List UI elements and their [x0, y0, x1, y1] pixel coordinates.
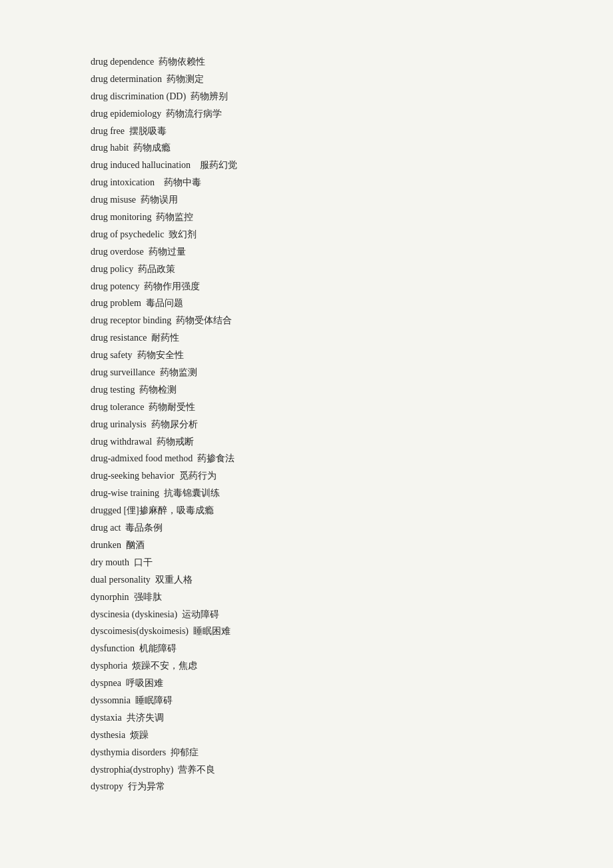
list-item: drug-wise training 抗毒锦囊训练 [91, 485, 522, 502]
list-item: drug safety 药物安全性 [91, 347, 522, 364]
list-item: dystropy 行为异常 [91, 778, 522, 795]
list-item: drug testing 药物检测 [91, 381, 522, 399]
list-item: dysthesia 烦躁 [91, 727, 522, 744]
list-item: drug of psychedelic 致幻剂 [91, 226, 522, 243]
list-item: drug free 摆脱吸毒 [91, 123, 522, 140]
list-item: drug misuse 药物误用 [91, 191, 522, 209]
main-content: drug dependence 药物依赖性drug determination … [0, 0, 613, 849]
list-item: dry mouth 口干 [91, 554, 522, 571]
list-item: drug-seeking behavior 觅药行为 [91, 467, 522, 485]
list-item: dyspnea 呼吸困难 [91, 675, 522, 692]
list-item: dynorphin 强啡肽 [91, 589, 522, 606]
list-item: drug urinalysis 药物尿分析 [91, 416, 522, 433]
list-item: drug act 毒品条例 [91, 519, 522, 537]
list-item: dystrophia(dystrophy) 营养不良 [91, 761, 522, 779]
list-item: drug-admixed food method 药掺食法 [91, 450, 522, 467]
list-item: drug withdrawal 药物戒断 [91, 433, 522, 451]
list-item: drug habit 药物成瘾 [91, 139, 522, 157]
list-item: dyscoimesis(dyskoimesis) 睡眠困难 [91, 623, 522, 640]
list-item: dysphoria 烦躁不安，焦虑 [91, 657, 522, 675]
list-item: drug intoxication 药物中毒 [91, 174, 522, 191]
list-item: drug dependence 药物依赖性 [91, 53, 522, 71]
list-item: drugged [俚]掺麻醉，吸毒成瘾 [91, 502, 522, 519]
list-item: drug policy 药品政策 [91, 261, 522, 278]
list-item: dysthymia disorders 抑郁症 [91, 744, 522, 761]
list-item: drug surveillance 药物监测 [91, 364, 522, 381]
list-item: drug overdose 药物过量 [91, 243, 522, 261]
list-item: dyscinesia (dyskinesia) 运动障碍 [91, 606, 522, 623]
list-item: drug resistance 耐药性 [91, 329, 522, 347]
list-item: dual personality 双重人格 [91, 571, 522, 589]
list-item: drug potency 药物作用强度 [91, 278, 522, 295]
list-item: drug receptor binding 药物受体结合 [91, 312, 522, 329]
list-item: drug problem 毒品问题 [91, 295, 522, 312]
list-item: drug determination 药物测定 [91, 71, 522, 88]
list-item: drug discrimination (DD) 药物辨别 [91, 88, 522, 105]
list-item: drunken 酗酒 [91, 537, 522, 554]
list-item: dyssomnia 睡眠障碍 [91, 692, 522, 709]
list-item: drug induced hallucination 服药幻觉 [91, 157, 522, 174]
list-item: dysfunction 机能障碍 [91, 640, 522, 657]
list-item: drug monitoring 药物监控 [91, 209, 522, 226]
list-item: drug tolerance 药物耐受性 [91, 399, 522, 416]
list-item: dystaxia 共济失调 [91, 709, 522, 727]
list-item: drug epidemiology 药物流行病学 [91, 105, 522, 123]
